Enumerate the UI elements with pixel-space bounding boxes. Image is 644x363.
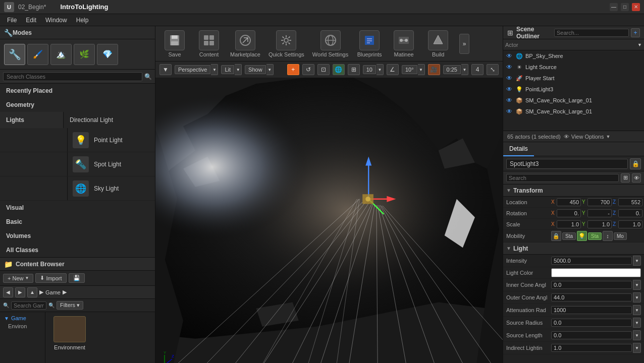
location-x-input[interactable] [557,198,581,206]
inner-cone-spin-button[interactable]: ▼ [633,280,641,290]
rotation-y-input[interactable] [587,209,612,217]
minimize-button[interactable]: — [610,3,618,11]
indirect-lighting-spin-button[interactable]: ▼ [633,343,641,353]
quick-settings-toolbar-button[interactable]: Quick Settings [269,30,304,57]
mobility-stationary-icon[interactable]: 💡 [577,231,587,241]
content-toolbar-button[interactable]: Content [196,30,222,57]
import-button[interactable]: ⬇ Import [35,273,66,283]
camera-speed-icon[interactable]: 🎥 [428,64,440,75]
scene-outliner-search-input[interactable] [554,29,629,37]
source-radius-spin-button[interactable]: ▼ [633,318,641,328]
up-button[interactable]: ▲ [27,287,37,297]
location-y-input[interactable] [587,198,612,206]
light-color-swatch[interactable] [551,268,641,277]
cam-num-icon[interactable]: 4 [471,64,484,75]
visibility-sm-cave-1-icon[interactable]: 👁 [505,96,513,104]
forward-button[interactable]: ▶ [15,287,25,297]
folder-environment[interactable]: Environment [49,316,90,350]
visibility-sm-cave-2-icon[interactable]: 👁 [505,107,513,115]
search-game-icon[interactable]: 🔍 [48,302,55,308]
scale-x-input[interactable] [557,220,581,228]
light-section-header[interactable]: ▼ Light [503,243,644,255]
back-button[interactable]: ◀ [3,287,13,297]
marketplace-toolbar-button[interactable]: Marketplace [230,30,260,57]
menu-file[interactable]: File [3,16,21,25]
rotate-icon[interactable]: ↺ [302,64,314,75]
save-all-button[interactable]: 💾 [69,273,85,283]
directional-light-item[interactable]: Directional Light [64,112,155,128]
category-geometry[interactable]: Geometry [0,98,155,112]
so-item-sm-cave-1[interactable]: 👁 📦 SM_Cave_Rock_Large_01 [503,95,644,106]
scene-outliner-list[interactable]: 👁 🌐 BP_Sky_Shere 👁 ☀ Light Source 👁 🚀 Pl… [503,50,644,131]
scale-icon[interactable]: ⊡ [317,64,330,75]
perspective-arrow[interactable]: ▼ [211,64,218,75]
intensity-input[interactable] [551,257,632,265]
menu-help[interactable]: Help [72,16,93,25]
source-length-input[interactable] [551,331,632,339]
maximize-viewport-icon[interactable]: ⤡ [487,64,499,75]
details-search-input[interactable] [506,174,619,182]
mode-foliage[interactable]: 🌿 [74,44,95,65]
new-button[interactable]: + New ▼ [3,274,33,283]
scene-outliner-add-button[interactable]: + [631,28,640,37]
so-item-sm-cave-2[interactable]: 👁 📦 SM_Cave_Rock_Large_01 [503,106,644,117]
lock-icon[interactable]: 🔒 [630,158,641,169]
inner-cone-input[interactable] [551,281,632,289]
perspective-button[interactable]: Perspective [175,65,210,74]
world-icon[interactable]: 🌐 [333,64,345,75]
mobility-movable-button[interactable]: Mo [614,232,627,240]
transform-section-header[interactable]: ▼ Transform [503,185,644,197]
visibility-bp-sky-icon[interactable]: 👁 [505,52,513,60]
grid-size-button[interactable]: 10 [363,65,376,74]
location-z-input[interactable] [618,198,642,206]
menu-edit[interactable]: Edit [22,16,40,25]
mobility-static-button[interactable]: Sta [562,232,576,240]
visibility-player-start-icon[interactable]: 👁 [505,74,513,82]
light-item-point[interactable]: 💡 Point Light [0,128,155,152]
tree-item-game[interactable]: ▼ Game [2,314,43,322]
so-view-options-button[interactable]: 👁 View Options ▼ [564,134,611,140]
so-item-pointlight3[interactable]: 👁 💡 PointLight3 [503,84,644,95]
show-button[interactable]: Show [245,65,266,74]
angle-snap-icon[interactable]: ∠ [387,64,399,75]
save-toolbar-button[interactable]: Save [162,30,188,57]
viewport-menu-icon[interactable]: ▼ [159,64,172,75]
rotation-z-input[interactable] [618,209,642,217]
filters-button[interactable]: Filters ▾ [57,301,83,310]
category-basic[interactable]: Basic [0,215,155,229]
attenuation-spin-button[interactable]: ▼ [633,305,641,315]
visibility-pointlight3-icon[interactable]: 👁 [505,85,513,93]
category-volumes[interactable]: Volumes [0,229,155,243]
outer-cone-input[interactable] [551,293,632,301]
mobility-static-icon[interactable]: 🔒 [551,231,561,241]
scale-z-input[interactable] [618,220,642,228]
mode-landscape[interactable]: 🏔️ [50,44,72,65]
details-tab[interactable]: Details [503,142,534,156]
search-classes-input[interactable] [3,72,142,81]
grid-size-arrow[interactable]: ▼ [377,64,384,75]
category-all-classes[interactable]: All Classes [0,243,155,257]
world-settings-toolbar-button[interactable]: World Settings [312,30,348,57]
actor-name-input[interactable] [506,159,628,169]
category-visual[interactable]: Visual [0,201,155,215]
source-length-spin-button[interactable]: ▼ [633,330,641,340]
category-lights[interactable]: Lights [0,112,64,128]
attenuation-input[interactable] [551,306,632,314]
details-grid-view-button[interactable]: ⊞ [621,173,630,183]
so-item-light-source[interactable]: 👁 ☀ Light Source [503,62,644,73]
blueprints-toolbar-button[interactable]: Blueprints [356,30,383,57]
show-arrow[interactable]: ▼ [266,64,274,75]
so-item-player-start[interactable]: 👁 🚀 Player Start [503,73,644,84]
scale-y-input[interactable] [587,220,612,228]
mobility-movable-icon[interactable]: ↕ [603,231,613,241]
indirect-lighting-input[interactable] [551,344,632,352]
intensity-spin-button[interactable]: ▼ [633,256,641,266]
viewport[interactable]: ▼ Perspective ▼ Lit ▼ Show ▼ + ↺ ⊡ 🌐 [155,62,503,363]
search-classes-icon[interactable]: 🔍 [144,73,152,80]
close-button[interactable]: ✕ [632,3,640,11]
lit-button[interactable]: Lit [221,65,234,74]
outer-cone-spin-button[interactable]: ▼ [633,292,641,302]
tree-item-environ[interactable]: Environ [2,322,43,330]
so-item-bp-sky[interactable]: 👁 🌐 BP_Sky_Shere [503,50,644,62]
menu-window[interactable]: Window [41,16,71,25]
